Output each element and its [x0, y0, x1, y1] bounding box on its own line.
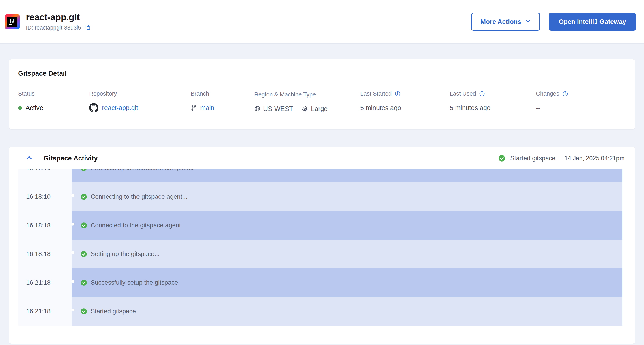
field-last-started: Last Started 5 minutes ago — [360, 90, 401, 113]
branch-link[interactable]: main — [200, 104, 214, 112]
github-icon — [89, 103, 98, 112]
success-check-icon — [80, 194, 87, 200]
cpu-chip-icon — [302, 106, 308, 112]
globe-icon — [254, 106, 260, 112]
field-region-machine: Region & Machine Type US-WEST — [254, 91, 328, 114]
row-timestamp: 16:18:18 — [26, 222, 50, 229]
gitspace-detail-card: Gitspace Detail Status Active Repository — [9, 59, 635, 129]
timeline-dot-icon — [72, 280, 74, 283]
activity-log-viewport[interactable]: 16:18:10 Provisioning infrastructure com… — [18, 169, 622, 326]
timeline-dot-icon — [72, 222, 74, 226]
row-message: Successfully setup the gitspace — [91, 279, 178, 286]
activity-log: 16:18:10 Provisioning infrastructure com… — [18, 169, 622, 326]
success-check-icon — [498, 155, 505, 162]
success-check-icon — [80, 308, 87, 314]
success-check-icon — [80, 280, 87, 286]
row-timestamp: 16:18:10 — [26, 169, 50, 172]
status-dot-icon — [18, 106, 22, 110]
info-icon[interactable] — [395, 91, 400, 97]
row-message: Connecting to the gitspace agent... — [91, 193, 188, 200]
more-actions-button[interactable]: More Actions — [471, 13, 540, 31]
row-timestamp: 16:18:10 — [26, 193, 50, 200]
field-branch: Branch main — [191, 90, 214, 113]
detail-fields: Status Active Repository react-app.git — [18, 90, 626, 119]
chevron-down-icon — [525, 18, 531, 26]
timeline-dot-icon — [72, 194, 74, 197]
row-message: Started gitspace — [91, 308, 136, 315]
activity-title: Gitspace Activity — [44, 154, 98, 162]
last-started-value: 5 minutes ago — [360, 103, 401, 113]
timeline-dot-icon — [72, 251, 74, 254]
field-last-used: Last Used 5 minutes ago — [450, 90, 490, 113]
activity-status-text: Started gitspace — [510, 154, 556, 162]
detail-card-title: Gitspace Detail — [18, 70, 626, 77]
row-message: Setting up the gitspace... — [91, 250, 160, 258]
info-icon[interactable] — [562, 91, 568, 97]
copy-id-button[interactable] — [84, 24, 91, 31]
git-branch-icon — [191, 105, 197, 111]
changes-value: -- — [536, 103, 568, 113]
success-check-icon — [80, 222, 87, 229]
field-status: Status Active — [18, 90, 43, 113]
collapse-activity-button[interactable] — [26, 154, 33, 162]
status-value: Active — [26, 104, 43, 112]
activity-row: 16:18:10 Provisioning infrastructure com… — [18, 169, 622, 182]
row-timestamp: 16:21:18 — [26, 308, 50, 315]
row-timestamp: 16:21:18 — [26, 279, 50, 286]
intellij-logo: IJ — [5, 14, 20, 29]
success-check-icon — [80, 169, 87, 172]
machine-type-value: Large — [311, 105, 328, 112]
activity-row: 16:21:18 Successfully setup the gitspace — [18, 268, 622, 297]
activity-row: 16:18:18 Connected to the gitspace agent — [18, 211, 622, 240]
field-changes: Changes -- — [536, 90, 568, 113]
open-intellij-gateway-button[interactable]: Open IntelliJ Gateway — [549, 13, 636, 31]
last-used-value: 5 minutes ago — [450, 103, 490, 113]
gitspace-id: ID: reactappgit-83u3i5 — [26, 24, 81, 31]
activity-status-time: 14 Jan, 2025 04:21pm — [564, 155, 624, 162]
info-icon[interactable] — [479, 91, 485, 97]
repository-link[interactable]: react-app.git — [102, 104, 138, 112]
gitspace-detail-page: IJ react-app.git ID: reactappgit-83u3i5 — [0, 0, 644, 345]
activity-row: 16:18:10 Connecting to the gitspace agen… — [18, 182, 622, 211]
title-block: react-app.git ID: reactappgit-83u3i5 — [26, 12, 91, 31]
chevron-up-icon — [26, 154, 33, 162]
row-message: Provisioning infrastructure completed — [91, 169, 194, 172]
copy-icon — [84, 24, 91, 31]
row-message: Connected to the gitspace agent — [91, 222, 181, 229]
timeline-dot-icon — [72, 308, 74, 312]
page-title: react-app.git — [26, 12, 91, 22]
region-value: US-WEST — [263, 105, 293, 112]
activity-row: 16:21:18 Started gitspace — [18, 297, 622, 326]
page-header: IJ react-app.git ID: reactappgit-83u3i5 — [0, 0, 644, 44]
field-repository: Repository react-app.git — [89, 90, 138, 113]
gitspace-activity-card: Gitspace Activity Started gitspace 14 Ja… — [9, 147, 635, 344]
row-timestamp: 16:18:18 — [26, 250, 50, 258]
activity-header: Gitspace Activity Started gitspace 14 Ja… — [18, 147, 624, 169]
success-check-icon — [80, 251, 87, 257]
activity-row: 16:18:18 Setting up the gitspace... — [18, 240, 622, 268]
